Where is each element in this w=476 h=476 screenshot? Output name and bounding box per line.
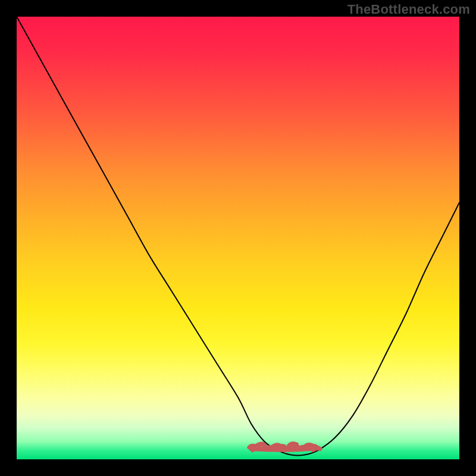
main-curve (17, 17, 459, 456)
valley-accent (249, 444, 320, 450)
watermark-text: TheBottleneck.com (347, 2, 470, 17)
plot-area (17, 17, 459, 459)
chart-frame: TheBottleneck.com (0, 0, 476, 476)
curve-layer (17, 17, 459, 459)
valley-accent-connector (251, 448, 318, 450)
valley-accent-stroke (277, 446, 284, 447)
valley-accent-stroke (257, 444, 264, 446)
